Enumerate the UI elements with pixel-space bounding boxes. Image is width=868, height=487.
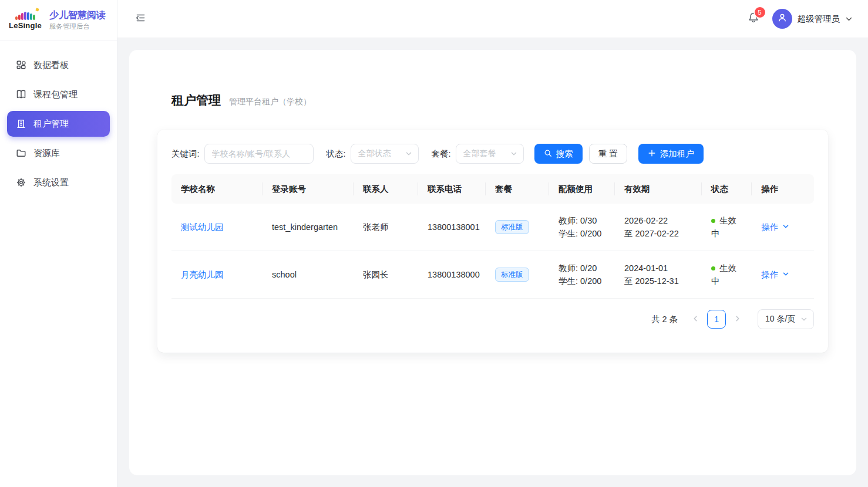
app-root: LeSingle 少儿智慧阅读 服务管理后台 数据看板 xyxy=(0,0,868,487)
chevron-right-icon xyxy=(734,314,741,324)
user-menu[interactable]: 超级管理员 xyxy=(772,9,853,29)
chevron-down-icon xyxy=(782,268,789,281)
status-select-value: 全部状态 xyxy=(358,148,391,159)
status-dot xyxy=(711,219,715,223)
plan-label: 套餐: xyxy=(432,148,451,160)
col-phone: 联系电话 xyxy=(418,174,486,204)
chevron-down-icon xyxy=(510,150,517,157)
quota-cell: 教师: 0/20 学生: 0/200 xyxy=(549,251,615,299)
chevron-down-icon xyxy=(782,221,789,234)
validity-cell: 2024-01-01 至 2025-12-31 xyxy=(615,251,702,299)
prev-page-button[interactable] xyxy=(689,312,701,327)
chevron-left-icon xyxy=(692,314,699,324)
chevron-down-icon xyxy=(845,15,853,23)
avatar xyxy=(772,9,792,29)
add-tenant-button-label: 添加租户 xyxy=(660,148,694,160)
status-select[interactable]: 全部状态 xyxy=(351,144,419,164)
reset-button[interactable]: 重 置 xyxy=(589,144,627,164)
quota-cell: 教师: 0/30 学生: 0/200 xyxy=(549,204,615,251)
brand-meta: 少儿智慧阅读 服务管理后台 xyxy=(49,9,106,31)
sidebar-item-label: 数据看板 xyxy=(33,60,69,71)
building-icon xyxy=(16,119,26,129)
col-quota: 配额使用 xyxy=(549,174,615,204)
plan-select[interactable]: 全部套餐 xyxy=(456,144,524,164)
plan-badge: 标准版 xyxy=(495,220,529,234)
keyword-label: 关键词: xyxy=(171,148,200,160)
search-button-label: 搜索 xyxy=(556,148,573,160)
keyword-input[interactable] xyxy=(204,144,314,164)
sidebar-item-label: 课程包管理 xyxy=(33,89,78,100)
sidebar-item-dashboard[interactable]: 数据看板 xyxy=(7,52,110,78)
reset-button-label: 重 置 xyxy=(598,148,618,160)
search-icon xyxy=(544,149,552,159)
topbar: 5 超级管理员 xyxy=(117,0,868,38)
table-row: 月亮幼儿园 school 张园长 13800138000 标准版 教师: 0/2… xyxy=(171,251,814,299)
validity-cell: 2026-02-22 至 2027-02-22 xyxy=(615,204,702,251)
tenant-table: 学校名称 登录账号 联系人 联系电话 套餐 配额使用 有效期 状态 操作 xyxy=(171,174,814,299)
sidebar-item-label: 租户管理 xyxy=(33,119,69,130)
page-size-value: 10 条/页 xyxy=(765,314,795,324)
pagination: 共 2 条 1 10 条/页 xyxy=(171,309,814,329)
sidebar: LeSingle 少儿智慧阅读 服务管理后台 数据看板 xyxy=(0,0,117,487)
col-contact: 联系人 xyxy=(354,174,418,204)
valid-from: 2026-02-22 xyxy=(624,214,692,227)
sidebar-item-course-packages[interactable]: 课程包管理 xyxy=(7,82,110,107)
filter-bar: 关键词: 状态: 全部状态 套餐: 全部套餐 xyxy=(171,144,814,164)
sidebar-item-resources[interactable]: 资源库 xyxy=(7,140,110,166)
page-size-select[interactable]: 10 条/页 xyxy=(758,309,814,329)
col-actions: 操作 xyxy=(752,174,814,204)
topbar-right: 5 超级管理员 xyxy=(745,9,853,29)
folder-icon xyxy=(16,148,26,158)
sidebar-item-settings[interactable]: 系统设置 xyxy=(7,170,110,195)
content-area: 租户管理 管理平台租户（学校） 关键词: 状态: 全部状态 xyxy=(117,38,868,487)
login-account-cell: school xyxy=(263,251,354,299)
school-name-link[interactable]: 测试幼儿园 xyxy=(181,222,224,232)
person-icon xyxy=(777,12,788,25)
sidebar-item-tenants[interactable]: 租户管理 xyxy=(7,111,110,137)
school-name-link[interactable]: 月亮幼儿园 xyxy=(181,270,224,279)
row-actions-dropdown[interactable]: 操作 xyxy=(761,221,789,234)
table-header: 学校名称 登录账号 联系人 联系电话 套餐 配额使用 有效期 状态 操作 xyxy=(171,174,814,204)
sidebar-item-label: 系统设置 xyxy=(33,177,69,188)
quota-teacher: 教师: 0/30 xyxy=(559,214,605,227)
status-dot xyxy=(711,266,715,270)
quota-teacher: 教师: 0/20 xyxy=(559,262,605,275)
add-tenant-button[interactable]: 添加租户 xyxy=(638,144,704,164)
lesingle-logo: LeSingle xyxy=(7,11,43,30)
page-head: 租户管理 管理平台租户（学校） xyxy=(171,92,814,109)
status-cell: 生效中 xyxy=(702,251,752,299)
search-button[interactable]: 搜索 xyxy=(534,144,583,164)
page-title: 租户管理 xyxy=(171,92,221,109)
sidebar-collapse-button[interactable] xyxy=(133,10,149,28)
row-actions-dropdown[interactable]: 操作 xyxy=(761,268,789,281)
logo-text: LeSingle xyxy=(9,21,42,30)
table-header-row: 学校名称 登录账号 联系人 联系电话 套餐 配额使用 有效期 状态 操作 xyxy=(171,174,814,204)
user-name: 超级管理员 xyxy=(798,13,840,25)
page-subtitle: 管理平台租户（学校） xyxy=(229,97,311,107)
plan-badge: 标准版 xyxy=(495,268,529,282)
status-cell: 生效中 xyxy=(702,204,752,251)
menu-fold-icon xyxy=(135,12,146,25)
quota-student: 学生: 0/200 xyxy=(559,227,605,240)
row-actions-label: 操作 xyxy=(761,221,778,234)
quota-student: 学生: 0/200 xyxy=(559,275,605,288)
notifications-button[interactable]: 5 xyxy=(745,9,762,28)
phone-cell: 13800138001 xyxy=(418,204,486,251)
valid-to: 至 2027-02-22 xyxy=(624,227,692,240)
status-label: 状态: xyxy=(327,148,346,160)
row-actions-label: 操作 xyxy=(761,268,778,281)
page-1-button[interactable]: 1 xyxy=(707,310,726,329)
next-page-button[interactable] xyxy=(732,312,743,327)
dashboard-icon xyxy=(16,60,26,70)
brand-subtitle: 服务管理后台 xyxy=(49,22,106,31)
table-row: 测试幼儿园 test_kindergarten 张老师 13800138001 … xyxy=(171,204,814,251)
tenant-panel: 关键词: 状态: 全部状态 套餐: 全部套餐 xyxy=(157,130,828,353)
plus-icon xyxy=(648,149,656,159)
valid-from: 2024-01-01 xyxy=(624,262,692,275)
sidebar-menu: 数据看板 课程包管理 租户管理 xyxy=(0,41,117,210)
sidebar-item-label: 资源库 xyxy=(33,148,60,159)
phone-cell: 13800138000 xyxy=(418,251,486,299)
plan-select-value: 全部套餐 xyxy=(463,148,496,159)
chevron-down-icon xyxy=(405,150,412,157)
gear-icon xyxy=(16,177,26,188)
